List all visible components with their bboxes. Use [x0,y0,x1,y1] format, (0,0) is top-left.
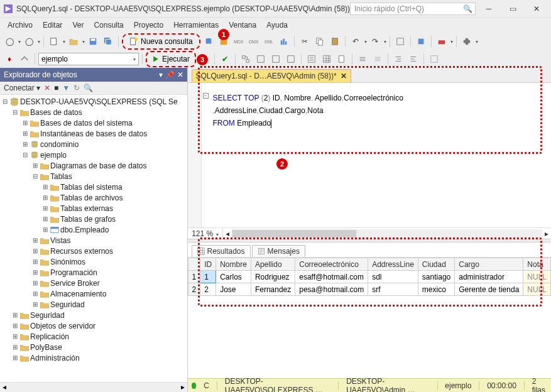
tree-databases[interactable]: ⊟Bases de datos [0,107,187,117]
menu-proyecto[interactable]: Proyecto [129,19,168,31]
search-explorer-button[interactable]: 🔍 [84,84,93,92]
cut-button[interactable]: ✂ [298,35,312,48]
find-button[interactable] [393,35,407,48]
tree-diagrams[interactable]: ⊞Diagramas de base de datos [0,160,187,171]
new-query-button[interactable]: Nueva consulta [126,35,197,48]
explorer-scrollbar[interactable]: ◂▸ [0,382,187,392]
toolbox-button[interactable] [435,35,449,48]
results-tab[interactable]: Resultados [192,245,251,257]
tree-external[interactable]: ⊞Tablas externas [0,203,187,214]
tree-service-broker[interactable]: ⊞Service Broker [0,278,187,288]
tree-systables[interactable]: ⊞Tablas del sistema [0,182,187,192]
use-db-button[interactable]: ♦ [3,52,16,66]
stop-button-explorer[interactable]: ■ [54,84,58,92]
tree-sysdbs[interactable]: ⊞Bases de datos del sistema [0,117,187,128]
messages-tab[interactable]: Mensajes [252,245,305,257]
tree-server[interactable]: ⊟DESKTOP-UAAE5VQ\SQLEXPRESS (SQL Se [0,96,187,107]
tree-administration[interactable]: ⊞Administración [0,352,187,363]
tree-db-ejemplo[interactable]: ⊟ejemplo [0,150,187,160]
close-button[interactable]: ✕ [526,2,547,16]
zoom-level[interactable]: 121 % ▾ [188,229,223,238]
menu-ayuda[interactable]: Ayuda [261,19,293,31]
horizontal-scrollbar[interactable] [232,229,543,238]
change-conn-button[interactable] [18,52,31,66]
tree-security-db[interactable]: ⊞Seguridad [0,299,187,310]
results-text-button[interactable] [305,52,319,66]
save-all-button[interactable] [101,35,115,48]
refresh-button[interactable]: ↻ [74,84,80,92]
minimize-button[interactable]: ─ [478,2,499,16]
actual-plan-button[interactable] [254,52,268,66]
tree-server-objects[interactable]: ⊞Objetos de servidor [0,320,187,331]
profile-button[interactable] [277,35,291,48]
dmx-button[interactable]: DMX [247,35,261,48]
table-row[interactable]: 1 1 Carlos Rodriguez esaff@hotmail.com s… [188,271,551,283]
fold-icon[interactable]: − [203,93,209,99]
live-stats-button[interactable] [269,52,283,66]
new-button[interactable] [47,35,61,48]
connect-button[interactable]: Conectar ▾ [4,84,40,92]
tab-close-icon[interactable]: ✕ [341,72,347,80]
results-grid-button[interactable] [320,52,334,66]
tree-snapshots[interactable]: ⊞Instantáneas de bases de datos [0,128,187,139]
estimated-plan-button[interactable] [239,52,253,66]
indent-less-button[interactable] [406,52,420,66]
database-combo[interactable]: ejemplo ▾ [38,53,139,65]
document-tab[interactable]: SQLQuery1.sql - D…AE5VQ\Admin (58))* ✕ [192,69,351,82]
scroll-left-icon[interactable]: ◂ [223,229,232,238]
quick-launch-input[interactable]: Inicio rápido (Ctrl+Q) 🔍 [350,3,476,15]
menu-consulta[interactable]: Consulta [89,19,128,31]
db-script-button[interactable] [202,35,215,48]
tree-security-server[interactable]: ⊞Seguridad [0,310,187,320]
open-button[interactable] [67,35,80,48]
indent-more-button[interactable] [391,52,405,66]
sql-editor[interactable]: − SELECT TOP (2) ID, Nombre, Apellido,Co… [188,83,552,227]
tree-tables[interactable]: ⊟Tablas [0,171,187,182]
pin-icon[interactable]: 📌 [165,70,175,79]
activity-button[interactable] [414,35,428,48]
menu-archivo[interactable]: Archivo [3,19,38,31]
grid-icon [197,248,205,255]
maximize-button[interactable]: ▭ [502,2,523,16]
mdx-button[interactable]: MDX [232,35,246,48]
tree-programming[interactable]: ⊞Programación [0,267,187,278]
tree-polybase[interactable]: ⊞PolyBase [0,342,187,352]
object-explorer-tree[interactable]: ⊟DESKTOP-UAAE5VQ\SQLEXPRESS (SQL Se ⊟Bas… [0,95,187,382]
xmla-button[interactable]: XML [262,35,276,48]
save-button[interactable] [86,35,100,48]
nav-fwd-button[interactable]: ◯ [22,35,36,48]
panel-close-icon[interactable]: ✕ [177,70,183,79]
nav-back-button[interactable]: ◯ [3,35,16,48]
scroll-right-icon[interactable]: ▸ [542,229,551,238]
menu-editar[interactable]: Editar [38,19,67,31]
tree-dbo-empleado[interactable]: ⊞dbo.Empleado [0,224,187,235]
execute-button[interactable]: Ejecutar [148,52,194,66]
tree-views[interactable]: ⊞Vistas [0,235,187,246]
disconnect-button[interactable]: ✕ [44,84,50,92]
menu-herramientas[interactable]: Herramientas [168,19,224,31]
panel-dropdown-icon[interactable]: ▾ [159,70,163,79]
tree-external-resources[interactable]: ⊞Recursos externos [0,246,187,256]
tree-graph[interactable]: ⊞Tablas de grafos [0,214,187,224]
results-file-button[interactable] [335,52,349,66]
tree-filetables[interactable]: ⊞Tablas de archivos [0,192,187,203]
paste-button[interactable] [328,35,342,48]
copy-button[interactable] [313,35,327,48]
menu-ver[interactable]: Ver [67,19,89,31]
redo-button[interactable]: ↷ [368,35,382,48]
tree-storage[interactable]: ⊞Almacenamiento [0,288,187,299]
menu-ventana[interactable]: Ventana [224,19,261,31]
filter-button[interactable]: ▼ [62,84,70,92]
table-row[interactable]: 2 2 Jose Fernandez pesa@hotmail.com srf … [188,283,551,296]
properties-button[interactable] [460,35,474,48]
specify-values-button[interactable] [427,52,441,66]
parse-button[interactable]: ✔ [218,52,232,66]
tree-replication[interactable]: ⊞Replicación [0,331,187,342]
tree-db-condominio[interactable]: ⊞condominio [0,139,187,150]
results-grid[interactable]: ID Nombre Apellido Correoelectrónico Add… [188,258,552,296]
tree-synonyms[interactable]: ⊞Sinónimos [0,256,187,267]
client-stats-button[interactable] [284,52,298,66]
undo-button[interactable]: ↶ [349,35,363,48]
uncomment-button[interactable] [371,52,385,66]
comment-button[interactable] [356,52,369,66]
